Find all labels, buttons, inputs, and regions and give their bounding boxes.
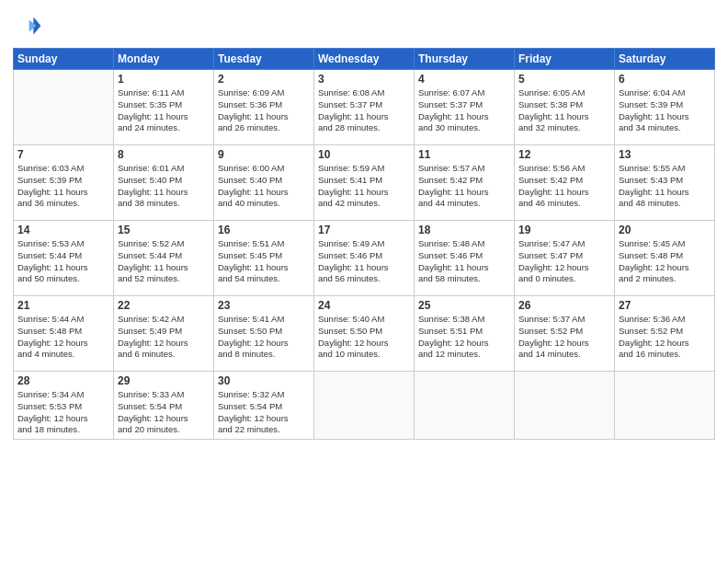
- weekday-header-thursday: Thursday: [415, 49, 515, 70]
- day-number: 14: [17, 224, 109, 236]
- day-info: Sunrise: 5:42 AMSunset: 5:49 PMDaylight:…: [118, 314, 210, 361]
- day-info: Sunrise: 5:57 AMSunset: 5:42 PMDaylight:…: [418, 163, 510, 210]
- logo: [13, 11, 46, 40]
- day-number: 27: [619, 299, 711, 312]
- calendar-cell: 4Sunrise: 6:07 AMSunset: 5:37 PMDaylight…: [415, 70, 515, 145]
- calendar-cell: 28Sunrise: 5:34 AMSunset: 5:53 PMDayligh…: [14, 372, 114, 440]
- day-number: 24: [318, 299, 410, 312]
- calendar-cell: 3Sunrise: 6:08 AMSunset: 5:37 PMDaylight…: [314, 70, 415, 145]
- calendar-cell: 21Sunrise: 5:44 AMSunset: 5:48 PMDayligh…: [14, 296, 114, 372]
- day-info: Sunrise: 5:38 AMSunset: 5:51 PMDaylight:…: [418, 314, 510, 361]
- week-row-4: 21Sunrise: 5:44 AMSunset: 5:48 PMDayligh…: [14, 296, 715, 372]
- week-row-2: 7Sunrise: 6:03 AMSunset: 5:39 PMDaylight…: [14, 145, 715, 221]
- calendar-cell: [14, 70, 114, 145]
- calendar-cell: 10Sunrise: 5:59 AMSunset: 5:41 PMDayligh…: [314, 145, 415, 221]
- day-number: 12: [518, 148, 610, 161]
- calendar-cell: 6Sunrise: 6:04 AMSunset: 5:39 PMDaylight…: [615, 70, 715, 145]
- calendar-cell: 13Sunrise: 5:55 AMSunset: 5:43 PMDayligh…: [615, 145, 715, 221]
- day-info: Sunrise: 6:05 AMSunset: 5:38 PMDaylight:…: [518, 87, 610, 134]
- day-info: Sunrise: 5:45 AMSunset: 5:48 PMDaylight:…: [619, 238, 711, 285]
- calendar-cell: 20Sunrise: 5:45 AMSunset: 5:48 PMDayligh…: [615, 221, 715, 296]
- day-number: 28: [17, 374, 109, 387]
- logo-icon: [13, 11, 42, 40]
- calendar-cell: 9Sunrise: 6:00 AMSunset: 5:40 PMDaylight…: [214, 145, 314, 221]
- calendar-cell: 26Sunrise: 5:37 AMSunset: 5:52 PMDayligh…: [515, 296, 615, 372]
- day-number: 26: [518, 299, 610, 312]
- calendar-cell: 11Sunrise: 5:57 AMSunset: 5:42 PMDayligh…: [415, 145, 515, 221]
- day-info: Sunrise: 6:07 AMSunset: 5:37 PMDaylight:…: [418, 87, 510, 134]
- day-info: Sunrise: 6:00 AMSunset: 5:40 PMDaylight:…: [218, 163, 310, 210]
- day-info: Sunrise: 5:56 AMSunset: 5:42 PMDaylight:…: [518, 163, 610, 210]
- day-info: Sunrise: 5:41 AMSunset: 5:50 PMDaylight:…: [218, 314, 310, 361]
- calendar-cell: 5Sunrise: 6:05 AMSunset: 5:38 PMDaylight…: [515, 70, 615, 145]
- calendar-cell: 27Sunrise: 5:36 AMSunset: 5:52 PMDayligh…: [615, 296, 715, 372]
- calendar-cell: 29Sunrise: 5:33 AMSunset: 5:54 PMDayligh…: [114, 372, 214, 440]
- day-info: Sunrise: 6:01 AMSunset: 5:40 PMDaylight:…: [118, 163, 210, 210]
- calendar-cell: 25Sunrise: 5:38 AMSunset: 5:51 PMDayligh…: [415, 296, 515, 372]
- day-info: Sunrise: 5:44 AMSunset: 5:48 PMDaylight:…: [17, 314, 109, 361]
- day-info: Sunrise: 6:04 AMSunset: 5:39 PMDaylight:…: [619, 87, 711, 134]
- day-number: 7: [17, 148, 109, 161]
- day-number: 10: [318, 148, 410, 161]
- day-info: Sunrise: 6:08 AMSunset: 5:37 PMDaylight:…: [318, 87, 410, 134]
- week-row-3: 14Sunrise: 5:53 AMSunset: 5:44 PMDayligh…: [14, 221, 715, 296]
- day-info: Sunrise: 5:36 AMSunset: 5:52 PMDaylight:…: [619, 314, 711, 361]
- day-info: Sunrise: 6:11 AMSunset: 5:35 PMDaylight:…: [118, 87, 210, 134]
- day-number: 9: [218, 148, 310, 161]
- day-info: Sunrise: 5:53 AMSunset: 5:44 PMDaylight:…: [17, 238, 109, 285]
- calendar-cell: 23Sunrise: 5:41 AMSunset: 5:50 PMDayligh…: [214, 296, 314, 372]
- week-row-1: 1Sunrise: 6:11 AMSunset: 5:35 PMDaylight…: [14, 70, 715, 145]
- day-number: 5: [518, 73, 610, 86]
- calendar-cell: 7Sunrise: 6:03 AMSunset: 5:39 PMDaylight…: [14, 145, 114, 221]
- day-number: 16: [218, 224, 310, 236]
- calendar-cell: 18Sunrise: 5:48 AMSunset: 5:46 PMDayligh…: [415, 221, 515, 296]
- day-number: 21: [17, 299, 109, 312]
- calendar-cell: 1Sunrise: 6:11 AMSunset: 5:35 PMDaylight…: [114, 70, 214, 145]
- weekday-header-saturday: Saturday: [615, 49, 715, 70]
- day-info: Sunrise: 5:33 AMSunset: 5:54 PMDaylight:…: [118, 389, 210, 436]
- calendar-cell: [314, 372, 415, 440]
- calendar-cell: 8Sunrise: 6:01 AMSunset: 5:40 PMDaylight…: [114, 145, 214, 221]
- page-container: SundayMondayTuesdayWednesdayThursdayFrid…: [0, 0, 728, 563]
- calendar-cell: 16Sunrise: 5:51 AMSunset: 5:45 PMDayligh…: [214, 221, 314, 296]
- day-info: Sunrise: 5:51 AMSunset: 5:45 PMDaylight:…: [218, 238, 310, 285]
- day-number: 11: [418, 148, 510, 161]
- day-info: Sunrise: 5:55 AMSunset: 5:43 PMDaylight:…: [619, 163, 711, 210]
- weekday-header-wednesday: Wednesday: [314, 49, 415, 70]
- day-number: 1: [118, 73, 210, 86]
- day-info: Sunrise: 6:09 AMSunset: 5:36 PMDaylight:…: [218, 87, 310, 134]
- calendar-cell: 22Sunrise: 5:42 AMSunset: 5:49 PMDayligh…: [114, 296, 214, 372]
- day-number: 3: [318, 73, 410, 86]
- calendar-cell: [415, 372, 515, 440]
- calendar-cell: 24Sunrise: 5:40 AMSunset: 5:50 PMDayligh…: [314, 296, 415, 372]
- day-number: 20: [619, 224, 711, 236]
- day-info: Sunrise: 5:49 AMSunset: 5:46 PMDaylight:…: [318, 238, 410, 285]
- calendar-cell: 30Sunrise: 5:32 AMSunset: 5:54 PMDayligh…: [214, 372, 314, 440]
- calendar-table: SundayMondayTuesdayWednesdayThursdayFrid…: [13, 48, 715, 440]
- weekday-header-friday: Friday: [515, 49, 615, 70]
- calendar-cell: 19Sunrise: 5:47 AMSunset: 5:47 PMDayligh…: [515, 221, 615, 296]
- day-number: 25: [418, 299, 510, 312]
- weekday-header-row: SundayMondayTuesdayWednesdayThursdayFrid…: [14, 49, 715, 70]
- day-info: Sunrise: 5:40 AMSunset: 5:50 PMDaylight:…: [318, 314, 410, 361]
- day-number: 2: [218, 73, 310, 86]
- day-info: Sunrise: 5:59 AMSunset: 5:41 PMDaylight:…: [318, 163, 410, 210]
- day-number: 19: [518, 224, 610, 236]
- weekday-header-sunday: Sunday: [14, 49, 114, 70]
- day-number: 29: [118, 374, 210, 387]
- day-number: 6: [619, 73, 711, 86]
- calendar-cell: 2Sunrise: 6:09 AMSunset: 5:36 PMDaylight…: [214, 70, 314, 145]
- calendar-cell: 17Sunrise: 5:49 AMSunset: 5:46 PMDayligh…: [314, 221, 415, 296]
- day-info: Sunrise: 5:34 AMSunset: 5:53 PMDaylight:…: [17, 389, 109, 436]
- day-number: 22: [118, 299, 210, 312]
- calendar-cell: 15Sunrise: 5:52 AMSunset: 5:44 PMDayligh…: [114, 221, 214, 296]
- day-info: Sunrise: 6:03 AMSunset: 5:39 PMDaylight:…: [17, 163, 109, 210]
- day-info: Sunrise: 5:48 AMSunset: 5:46 PMDaylight:…: [418, 238, 510, 285]
- calendar-cell: 14Sunrise: 5:53 AMSunset: 5:44 PMDayligh…: [14, 221, 114, 296]
- calendar-cell: [615, 372, 715, 440]
- day-info: Sunrise: 5:37 AMSunset: 5:52 PMDaylight:…: [518, 314, 610, 361]
- day-number: 4: [418, 73, 510, 86]
- week-row-5: 28Sunrise: 5:34 AMSunset: 5:53 PMDayligh…: [14, 372, 715, 440]
- day-number: 18: [418, 224, 510, 236]
- day-info: Sunrise: 5:47 AMSunset: 5:47 PMDaylight:…: [518, 238, 610, 285]
